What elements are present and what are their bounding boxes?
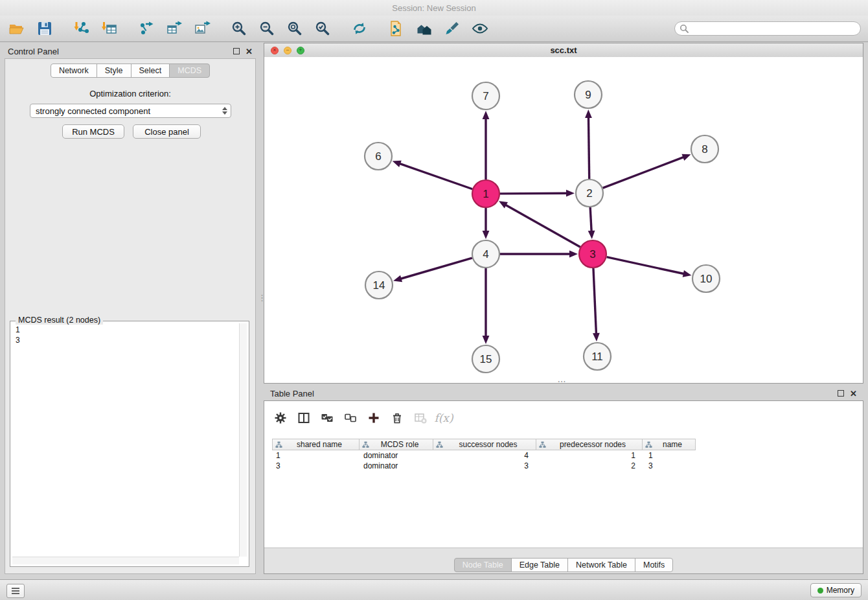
control-panel: Control Panel ✕ NetworkStyleSelectMCDS O…: [1, 44, 259, 574]
graph-edge-2-3[interactable]: [588, 207, 595, 239]
graph-node-7[interactable]: 7: [472, 82, 499, 110]
graph-edge-2-8[interactable]: [603, 154, 691, 188]
tab-motifs[interactable]: Motifs: [635, 558, 673, 572]
horizontal-splitter-handle[interactable]: ⋯: [552, 379, 571, 385]
table-mode-button[interactable]: [273, 410, 288, 426]
close-window-button[interactable]: ×: [271, 47, 279, 54]
select-all-icon: [321, 411, 334, 424]
graph-edge-1-2[interactable]: [500, 190, 575, 197]
tab-edge-table[interactable]: Edge Table: [511, 558, 568, 572]
search-box[interactable]: [674, 21, 861, 36]
minimize-window-button[interactable]: −: [284, 47, 291, 54]
close-panel-button[interactable]: Close panel: [133, 124, 201, 139]
select-all-button[interactable]: [320, 410, 334, 426]
graph-node-3[interactable]: 3: [579, 240, 606, 268]
maximize-window-button[interactable]: +: [297, 47, 304, 54]
graph-node-10[interactable]: 10: [692, 265, 720, 292]
graph-node-8[interactable]: 8: [691, 135, 718, 163]
clone-network-button[interactable]: [385, 18, 408, 39]
control-panel-title: Control Panel: [8, 47, 59, 56]
export-image-button[interactable]: [190, 18, 214, 39]
import-table-button[interactable]: [98, 18, 121, 39]
network-window-titlebar[interactable]: × − + scc.txt: [264, 43, 863, 58]
memory-button[interactable]: Memory: [810, 583, 862, 597]
network-canvas[interactable]: 7968124314101511: [264, 57, 863, 383]
criterion-dropdown[interactable]: strongly connected component: [30, 104, 231, 118]
main-toolbar: [0, 16, 868, 42]
first-neighbors-button[interactable]: [413, 18, 436, 39]
tab-node-table[interactable]: Node Table: [454, 558, 512, 572]
zoom-in-button[interactable]: [227, 18, 251, 39]
zoom-selected-button[interactable]: [311, 18, 334, 39]
tab-network-table[interactable]: Network Table: [567, 558, 635, 572]
save-session-button[interactable]: [33, 18, 56, 39]
tab-style[interactable]: Style: [97, 63, 131, 78]
column-header-successor-nodes[interactable]: successor nodes: [433, 439, 536, 450]
show-columns-button[interactable]: [297, 410, 311, 426]
column-header-shared-name[interactable]: shared name: [272, 439, 360, 450]
task-history-button[interactable]: [6, 584, 25, 598]
network-window-title: scc.txt: [264, 45, 863, 55]
run-mcds-button[interactable]: Run MCDS: [62, 124, 124, 139]
tab-mcds[interactable]: MCDS: [169, 63, 210, 78]
export-table-icon: [166, 20, 183, 37]
show-hide-icon: [472, 20, 488, 37]
float-table-panel-icon[interactable]: [838, 390, 844, 397]
graph-edge-3-10[interactable]: [606, 257, 691, 277]
graph-node-2[interactable]: 2: [576, 179, 603, 207]
search-input[interactable]: [691, 22, 860, 35]
table-row[interactable]: 3dominator323: [272, 461, 698, 471]
deselect-all-button[interactable]: [343, 410, 358, 426]
graph-edge-4-15[interactable]: [483, 268, 490, 344]
graph-edge-3-11[interactable]: [593, 268, 600, 341]
float-panel-icon[interactable]: [233, 48, 240, 54]
graph-node-9[interactable]: 9: [575, 81, 602, 108]
graph-node-4[interactable]: 4: [472, 240, 499, 268]
tab-network[interactable]: Network: [51, 63, 97, 78]
graph-node-6[interactable]: 6: [365, 143, 392, 170]
mcds-result-list[interactable]: 13: [12, 323, 239, 557]
table-row[interactable]: 1dominator411: [272, 450, 698, 461]
column-header-mcds-role[interactable]: MCDS role: [359, 439, 433, 450]
graph-node-11[interactable]: 11: [584, 343, 611, 370]
window-titlebar[interactable]: Session: New Session: [0, 0, 868, 16]
create-column-button[interactable]: [367, 410, 381, 426]
table-cell: 3: [434, 461, 538, 471]
export-network-button[interactable]: [135, 18, 158, 39]
show-hide-button[interactable]: [468, 18, 492, 39]
graph-node-15[interactable]: 15: [472, 345, 499, 373]
graph-edge-3-1[interactable]: [499, 201, 580, 247]
export-table-button[interactable]: [163, 18, 186, 39]
close-panel-icon[interactable]: ✕: [246, 47, 253, 56]
refresh-button[interactable]: [348, 18, 371, 39]
zoom-out-button[interactable]: [255, 18, 279, 39]
tab-select[interactable]: Select: [131, 63, 170, 78]
paint-style-button[interactable]: [440, 18, 464, 39]
table-body: 1dominator4113dominator323: [272, 450, 698, 471]
node-table: shared nameMCDS rolesuccessor nodesprede…: [272, 439, 698, 471]
graph-edge-1-7[interactable]: [483, 111, 490, 179]
open-session-button[interactable]: [5, 18, 29, 39]
close-table-panel-icon[interactable]: ✕: [850, 389, 857, 398]
graph-node-14[interactable]: 14: [365, 271, 393, 299]
import-network-button[interactable]: [70, 18, 93, 39]
svg-text:3: 3: [589, 248, 595, 260]
column-header-predecessor-nodes[interactable]: predecessor nodes: [536, 439, 643, 450]
export-image-icon: [194, 20, 211, 37]
table-tabs: Node TableEdge TableNetwork TableMotifs: [454, 558, 674, 572]
zoom-fit-button[interactable]: [283, 18, 306, 39]
graph-edge-1-4[interactable]: [483, 208, 490, 239]
vertical-splitter-handle[interactable]: ⋮: [258, 295, 264, 314]
graph-node-1[interactable]: 1: [472, 180, 499, 207]
graph-edge-2-9[interactable]: [585, 110, 592, 179]
column-header-name[interactable]: name: [642, 439, 696, 450]
table-cell: 3: [645, 461, 698, 471]
graph-edge-4-14[interactable]: [393, 258, 472, 282]
fx-label: f(x): [434, 411, 453, 424]
list-icon: [11, 587, 20, 595]
delete-column-button[interactable]: [390, 410, 404, 426]
graph-edge-4-3[interactable]: [500, 251, 578, 258]
result-vertical-scrollbar[interactable]: [239, 323, 247, 557]
result-horizontal-scrollbar[interactable]: [12, 557, 239, 564]
graph-edge-1-6[interactable]: [393, 161, 473, 189]
